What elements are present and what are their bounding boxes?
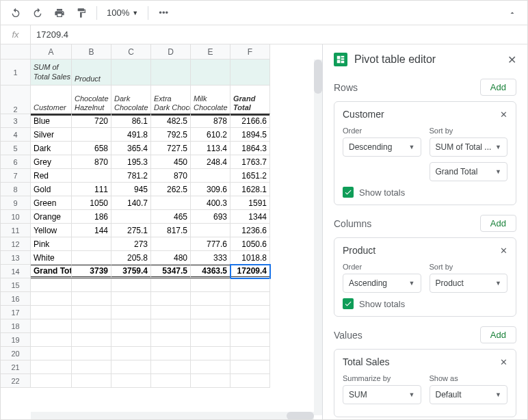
cell[interactable] [191,60,230,86]
cell[interactable]: 140.7 [111,196,151,210]
row-header[interactable]: 17 [1,306,31,319]
cell[interactable] [111,210,151,224]
cell[interactable] [151,237,191,251]
row-header[interactable]: 22 [1,374,31,388]
row-header[interactable]: 20 [1,347,31,360]
cell[interactable]: 465 [151,210,191,224]
cell[interactable]: 450 [151,155,191,169]
cell[interactable]: MilkChocolate [191,86,230,114]
cell[interactable]: Red [31,169,72,183]
cell[interactable] [191,292,230,306]
cell[interactable]: White [31,251,72,265]
cell[interactable]: 333 [191,251,230,265]
cell[interactable] [151,292,191,306]
cell[interactable] [191,333,230,347]
cell[interactable]: 17209.4 [230,265,270,278]
cell[interactable] [230,347,270,360]
cell[interactable] [151,196,191,210]
close-panel-button[interactable]: ✕ [507,53,516,66]
cell[interactable]: 777.6 [191,237,230,251]
cell[interactable]: ChocolateHazelnut [72,86,111,114]
add-values-button[interactable]: Add [480,326,516,343]
cell[interactable] [72,333,111,347]
row-header[interactable]: 4 [1,128,31,142]
more-button[interactable]: ••• [154,3,173,23]
cell[interactable]: 1050 [72,196,111,210]
horizontal-scrollbar[interactable] [31,412,314,420]
cell[interactable] [191,306,230,319]
cell[interactable]: 1864.3 [230,142,270,155]
column-header[interactable]: A [31,44,72,60]
cell[interactable]: Green [31,196,72,210]
cell[interactable]: Grand Total [31,265,72,278]
cell[interactable]: 186 [72,210,111,224]
cell[interactable] [72,278,111,292]
row-header[interactable]: 18 [1,319,31,333]
remove-card-button[interactable]: ✕ [500,246,507,256]
cell[interactable]: 144 [72,224,111,237]
cell[interactable] [31,347,72,360]
cell[interactable]: 365.4 [111,142,151,155]
cell[interactable]: 610.2 [191,128,230,142]
cell[interactable] [230,60,270,86]
cell[interactable] [191,360,230,374]
cell[interactable] [191,224,230,237]
sortby-secondary-select[interactable]: Grand Total▼ [430,162,508,181]
cell[interactable] [230,360,270,374]
cell[interactable]: 4363.5 [191,265,230,278]
cell[interactable]: 3759.4 [111,265,151,278]
cell[interactable] [151,333,191,347]
cell[interactable] [111,333,151,347]
cell[interactable]: 113.4 [191,142,230,155]
cell[interactable]: 86.1 [111,114,151,128]
cell[interactable]: Dark [31,142,72,155]
cell[interactable]: 262.5 [151,183,191,196]
cell[interactable]: 693 [191,210,230,224]
row-header[interactable]: 11 [1,224,31,237]
cell[interactable]: 275.1 [111,224,151,237]
cell[interactable]: 1344 [230,210,270,224]
cell[interactable] [111,60,151,86]
cell[interactable] [31,278,72,292]
vertical-scrollbar[interactable] [314,60,322,415]
cell[interactable]: 817.5 [151,224,191,237]
row-header[interactable]: 5 [1,142,31,155]
cell[interactable]: 480 [151,251,191,265]
print-button[interactable] [50,3,69,23]
cell[interactable] [191,319,230,333]
cell[interactable] [72,169,111,183]
cell[interactable]: Blue [31,114,72,128]
cell[interactable] [72,251,111,265]
cell[interactable] [72,292,111,306]
cell[interactable] [31,374,72,388]
row-header[interactable]: 1 [1,60,31,86]
cell[interactable]: 205.8 [111,251,151,265]
row-header[interactable]: 14 [1,265,31,278]
cell[interactable] [31,360,72,374]
paint-format-button[interactable] [72,3,91,23]
row-header[interactable]: 13 [1,251,31,265]
cell[interactable]: 727.5 [151,142,191,155]
cell[interactable]: 491.8 [111,128,151,142]
cell[interactable]: 1050.6 [230,237,270,251]
cell[interactable] [151,360,191,374]
row-header[interactable]: 15 [1,278,31,292]
cell[interactable]: 1763.7 [230,155,270,169]
cell[interactable] [111,306,151,319]
formula-value[interactable]: 17209.4 [31,29,527,40]
spreadsheet[interactable]: ABCDEF1SUM ofTotal SalesProduct2Customer… [1,44,322,420]
redo-button[interactable] [28,3,47,23]
show-totals-checkbox[interactable] [343,298,354,309]
sortby-select[interactable]: Product▼ [430,274,508,293]
cell[interactable] [230,374,270,388]
row-header[interactable]: 10 [1,210,31,224]
cell[interactable]: 111 [72,183,111,196]
cell[interactable]: GrandTotal [230,86,270,114]
cell[interactable]: 878 [191,114,230,128]
cell[interactable] [151,347,191,360]
cell[interactable] [191,169,230,183]
cell[interactable]: Yellow [31,224,72,237]
cell[interactable]: 248.4 [191,155,230,169]
order-select[interactable]: Descending▼ [343,137,421,157]
cell[interactable] [191,374,230,388]
